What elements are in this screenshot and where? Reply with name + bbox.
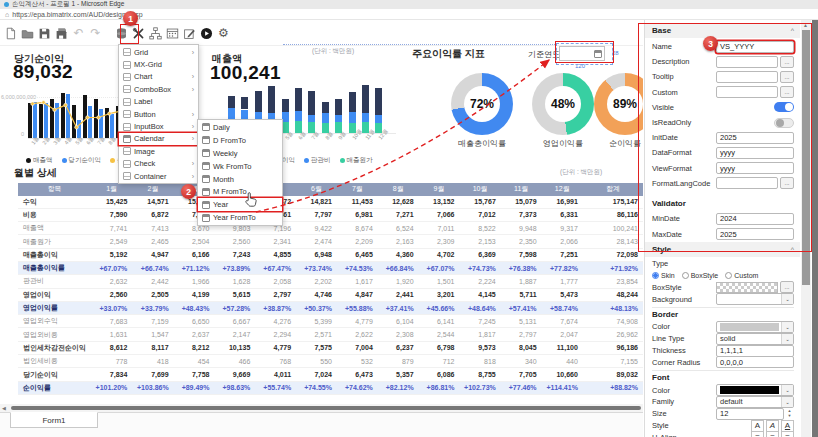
thickness-input[interactable]: 1,1,1,1 [716, 345, 794, 357]
window-title: 손익계산서 - 프로필 1 - Microsoft Edge [12, 0, 124, 9]
design-canvas[interactable]: 당기순이익 89,032 6,000,000,000 0 매출액당기순이익순이익… [0, 46, 643, 404]
row-label: 매출액 [18, 222, 91, 235]
table-cell: +77.46% [501, 381, 542, 394]
save-all-button[interactable] [55, 26, 68, 41]
table-cell: 4,702 [419, 248, 460, 261]
line-type-dropdown[interactable]: solid⌄ [716, 333, 794, 345]
color-color-picker[interactable]: ⌄ [716, 321, 794, 333]
horizontal-scrollbar[interactable]: ◀ [0, 404, 643, 412]
family-dropdown[interactable]: default⌄ [716, 396, 794, 408]
menu-item-mx-grid[interactable]: MX-Grid [119, 58, 198, 70]
table-cell: +74.73% [459, 261, 500, 274]
dropdown-arrow-icon[interactable]: ⌄ [781, 294, 793, 304]
edit-button[interactable] [183, 26, 196, 41]
menu-item-chart[interactable]: Chart› [119, 71, 198, 83]
dropdown-arrow-icon[interactable]: ⌄ [781, 322, 793, 332]
legend-item: 매출액 [26, 156, 53, 165]
menu-item-check[interactable]: Check› [119, 158, 198, 170]
submenu-item-daily[interactable]: Daily [198, 121, 282, 134]
submenu-item-month[interactable]: Month [198, 173, 282, 186]
donut-value: 72% [451, 97, 513, 111]
table-cell: +76.38% [501, 261, 542, 274]
dataset-button[interactable] [166, 26, 179, 41]
menu-item-calendar[interactable]: Calendar› [119, 133, 198, 145]
new-file-button[interactable] [4, 26, 17, 41]
submenu-item-weekly[interactable]: Weekly [198, 147, 282, 160]
table-cell: 4,847 [337, 288, 378, 301]
italic-button[interactable]: A [766, 420, 779, 432]
table-cell: 7,834 [91, 368, 132, 381]
run-button[interactable] [200, 26, 213, 41]
table-cell: 6,104 [378, 315, 419, 328]
legend-dot-icon [26, 158, 31, 163]
redo-button[interactable]: ↷ [89, 26, 102, 41]
window-edge-scrollbar[interactable] [812, 20, 818, 437]
menu-item-image[interactable]: Image [119, 145, 198, 157]
radio-skin[interactable]: Skin [652, 272, 675, 279]
table-cell: 6,237 [378, 341, 419, 354]
boxstyle-swatch[interactable] [716, 282, 778, 293]
submenu-item-year-fromto[interactable]: Year FromTo [198, 211, 282, 224]
spinner-arrows[interactable]: ▲▼ [785, 408, 794, 420]
table-cell: 9,317 [542, 222, 583, 235]
size-input[interactable]: 12 [716, 408, 784, 420]
submenu-item-wk-fromto[interactable]: Wk FromTo [198, 160, 282, 173]
table-cell: 9,948 [501, 222, 542, 235]
hscroll-thumb[interactable] [11, 406, 641, 410]
segment-영업이익 [282, 99, 289, 112]
radio-custom[interactable]: Custom [725, 272, 758, 279]
hierarchy-button[interactable] [149, 26, 162, 41]
donut-label: 매출총이익률 [442, 138, 522, 149]
table-header-row: 항목1월2월3월4월5월6월7월8월9월10월11월12월합계 [18, 183, 643, 196]
save-button[interactable] [38, 26, 51, 41]
underline-button[interactable]: A [781, 420, 794, 432]
dropdown-arrow-icon[interactable]: ⌄ [781, 397, 793, 407]
table-cell: +33.79% [132, 301, 173, 314]
segment-판관비 [362, 113, 369, 122]
radio-boxstyle[interactable]: BoxStyle [682, 272, 719, 279]
dropdown-arrow-icon[interactable]: ⌄ [781, 385, 793, 395]
submenu-item-d-fromto[interactable]: D FromTo [198, 134, 282, 147]
table-cell: 7,012 [459, 208, 500, 221]
scroll-left-icon[interactable]: ◀ [2, 405, 6, 411]
more-options-button[interactable]: ... [780, 281, 794, 293]
button-icon [123, 110, 131, 118]
submenu-item-m-fromto[interactable]: M FromTo [198, 185, 282, 198]
submenu-item-year[interactable]: Year [198, 198, 282, 211]
spin-down-icon[interactable]: ▼ [788, 414, 792, 418]
undo-button[interactable]: ↶ [72, 26, 85, 41]
calendar-icon [123, 135, 131, 143]
menu-item-label[interactable]: Label [119, 96, 198, 108]
panel-section-border: Border [652, 307, 794, 321]
table-cell: 8,674 [337, 222, 378, 235]
label-icon [123, 98, 131, 106]
menu-item-grid[interactable]: Grid› [119, 46, 198, 58]
menu-item-button[interactable]: Button› [119, 108, 198, 120]
dropdown-arrow-icon[interactable]: ⌄ [781, 334, 793, 344]
menu-item-inputbox[interactable]: InputBox› [119, 120, 198, 132]
designer-toolbar: ↶↷⚙ [0, 21, 643, 46]
table-cell: 86,116 [583, 208, 643, 221]
table-cell: 26,962 [583, 328, 643, 341]
table-cell: +48.64% [459, 301, 500, 314]
table-cell: 2,560 [214, 235, 255, 248]
color-swatch [720, 386, 779, 394]
menu-item-combobox[interactable]: ComboBox› [119, 83, 198, 95]
align-center-button[interactable]: ≡ [766, 431, 779, 437]
table-cell: 2,637 [174, 328, 215, 341]
legend-dot-icon [110, 158, 115, 163]
table-cell: 7,575 [296, 341, 337, 354]
menu-item-container[interactable]: Container› [119, 170, 198, 182]
step3-badge: 3 [703, 36, 718, 51]
tab-form1[interactable]: Form1 [10, 412, 98, 428]
open-folder-button[interactable] [21, 26, 34, 41]
column-header: 합계 [583, 183, 643, 196]
color-color-picker[interactable]: ⌄ [716, 384, 794, 396]
corner radius-input[interactable]: 0,0,0,0 [716, 356, 794, 368]
settings-button[interactable]: ⚙ [217, 26, 230, 41]
align-right-button[interactable]: ≡ [781, 431, 794, 437]
background-dropdown[interactable]: ⌄ [716, 293, 794, 305]
bold-button[interactable]: A [751, 420, 764, 432]
table-cell: +101.20% [91, 381, 132, 394]
align-left-button[interactable]: ≡ [751, 431, 764, 437]
